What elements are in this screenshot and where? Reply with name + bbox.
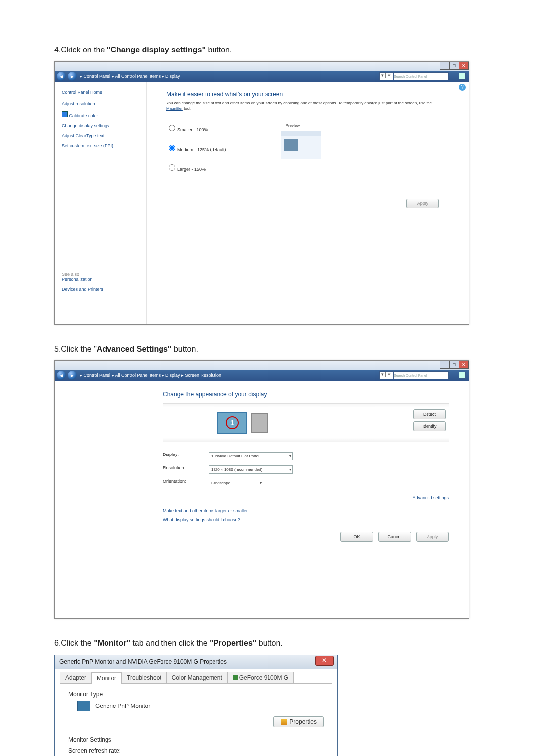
close-icon[interactable]: ✕ (459, 361, 469, 369)
close-icon[interactable]: ✕ (459, 62, 469, 70)
sidebar-item-change-display-settings[interactable]: Change display settings (62, 123, 141, 128)
tab-monitor[interactable]: Monitor (91, 672, 122, 684)
breadcrumb[interactable]: ▸ Control Panel ▸ All Control Panel Item… (80, 373, 379, 378)
maximize-icon[interactable]: □ (450, 361, 459, 369)
monitor-name: Generic PnP Monitor (95, 703, 150, 709)
apply-button[interactable]: Apply (406, 199, 439, 208)
minimize-icon[interactable]: – (440, 361, 450, 369)
tab-adapter[interactable]: Adapter (60, 672, 92, 683)
search-icon[interactable] (459, 73, 466, 80)
monitor-1-icon[interactable]: 1 (217, 412, 247, 434)
sidebar-item-calibrate-color[interactable]: Calibrate color (62, 111, 141, 118)
monitor-2-icon[interactable] (251, 413, 268, 433)
figure-monitor-properties: Generic PnP Monitor and NVIDIA GeForce 9… (54, 655, 338, 756)
back-icon[interactable]: ◄ (57, 72, 66, 81)
properties-button[interactable]: Properties (273, 716, 324, 727)
search-input[interactable]: Search Control Panel (393, 72, 449, 80)
minimize-icon[interactable]: – (440, 62, 450, 70)
refresh-rate-label: Screen refresh rate: (68, 747, 324, 754)
radio-smaller[interactable]: Smaller - 100% (166, 123, 226, 132)
preview-thumbnail: — — — (281, 131, 321, 159)
properties-icon (281, 719, 287, 725)
maximize-icon[interactable]: □ (450, 62, 459, 70)
help-icon[interactable]: ? (459, 84, 466, 91)
dialog-title: Generic PnP Monitor and NVIDIA GeForce 9… (55, 655, 337, 669)
close-icon[interactable]: ✕ (315, 656, 334, 666)
radio-larger[interactable]: Larger - 150% (166, 163, 226, 172)
step-6-text: 6.Click the "Monitor" tab and then click… (54, 639, 481, 648)
step-5-text: 5.Click the "Advanced Settings" button. (54, 345, 481, 353)
display-dropdown[interactable]: 1. Nvidia Default Flat Panel (209, 452, 293, 460)
sidebar-home[interactable]: Control Panel Home (62, 90, 141, 95)
orientation-label: Orientation: (163, 479, 209, 487)
cancel-button[interactable]: Cancel (378, 532, 411, 542)
tab-geforce[interactable]: GeForce 9100M G (227, 672, 294, 683)
detect-button[interactable]: Detect (413, 409, 446, 419)
tab-bar: Adapter Monitor Troubleshoot Color Manag… (60, 672, 332, 684)
nvidia-icon (233, 675, 238, 680)
resolution-label: Resolution: (163, 465, 209, 474)
tab-troubleshoot[interactable]: Troubleshoot (121, 672, 167, 683)
monitor-type-heading: Monitor Type (68, 691, 324, 698)
monitor-settings-heading: Monitor Settings (68, 736, 324, 743)
figure-display-settings: – □ ✕ ◄ ► ▸ Control Panel ▸ All Control … (54, 61, 469, 325)
description: You can change the size of text and othe… (166, 101, 439, 111)
magnifier-link[interactable]: Magnifier (166, 106, 183, 111)
identify-button[interactable]: Identify (413, 421, 446, 431)
orientation-dropdown[interactable]: Landscape (209, 479, 263, 487)
search-icon[interactable] (459, 372, 466, 379)
monitor-icon (77, 701, 90, 711)
search-input[interactable]: Search Control Panel (393, 371, 449, 379)
forward-icon[interactable]: ► (68, 371, 77, 380)
sidebar-item-adjust-cleartype[interactable]: Adjust ClearType text (62, 133, 141, 138)
link-which-settings[interactable]: What display settings should I choose? (163, 517, 449, 522)
breadcrumb[interactable]: ▸ Control Panel ▸ All Control Panel Item… (80, 74, 379, 79)
apply-button[interactable]: Apply (416, 532, 449, 542)
preview-label: Preview (286, 123, 321, 128)
sidebar-item-set-custom-text-size[interactable]: Set custom text size (DPI) (62, 143, 141, 148)
shield-icon (62, 111, 68, 117)
radio-medium[interactable]: Medium - 125% (default) (166, 143, 226, 152)
heading: Make it easier to read what's on your sc… (166, 91, 439, 98)
back-icon[interactable]: ◄ (57, 371, 66, 380)
see-also-label: See also (62, 272, 141, 277)
tab-color-management[interactable]: Color Management (166, 672, 228, 683)
display-preview: 1 Detect Identify (163, 403, 449, 442)
sidebar-link-personalization[interactable]: Personalization (62, 277, 141, 282)
sidebar-link-devices-printers[interactable]: Devices and Printers (62, 287, 141, 292)
sidebar-item-adjust-resolution[interactable]: Adjust resolution (62, 101, 141, 106)
resolution-dropdown[interactable]: 1920 × 1080 (recommended) (209, 465, 293, 474)
link-text-size[interactable]: Make text and other items larger or smal… (163, 508, 449, 513)
ok-button[interactable]: OK (340, 532, 373, 542)
forward-icon[interactable]: ► (68, 72, 77, 81)
figure-screen-resolution: – □ ✕ ◄ ► ▸ Control Panel ▸ All Control … (54, 360, 469, 619)
sidebar: Control Panel Home Adjust resolution Cal… (55, 82, 147, 324)
advanced-settings-link[interactable]: Advanced settings (412, 495, 449, 500)
heading: Change the appearance of your display (163, 391, 449, 398)
step-4-text: 4.Ckick on the "Change display settings"… (54, 46, 481, 54)
display-label: Display: (163, 452, 209, 460)
